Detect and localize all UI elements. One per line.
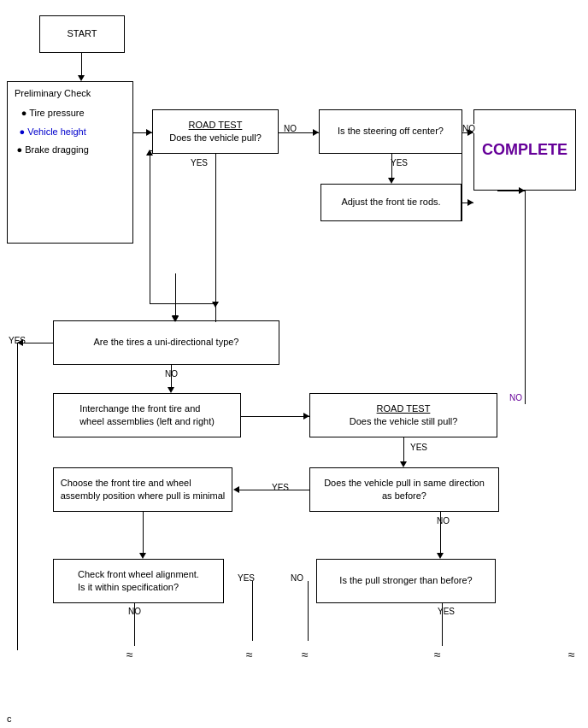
check-alignment-label: Check front wheel alignment.Is it within…: [78, 568, 199, 595]
same-direction-box: Does the vehicle pull in same directiona…: [309, 467, 499, 512]
page-label-c: c: [7, 713, 12, 724]
road-test-2-label: ROAD TEST Does the vehicle still pull?: [350, 402, 458, 429]
interchange-box: Interchange the front tire andwheel asse…: [53, 393, 241, 437]
uni-directional-box: Are the tires a uni-directional type?: [53, 320, 279, 365]
adjust-tie-rods-label: Adjust the front tie rods.: [341, 196, 440, 208]
preliminary-label: Preliminary Check ● Tire pressure ● Vehi…: [15, 87, 91, 162]
no-label-same: NO: [437, 516, 450, 525]
yes-label-pull: YES: [438, 607, 455, 616]
yes-label-road1: YES: [191, 158, 208, 167]
complete-box: COMPLETE: [473, 109, 576, 191]
choose-front-box: Choose the front tire and wheelassembly …: [53, 467, 232, 512]
road-test-2-box: ROAD TEST Does the vehicle still pull?: [309, 393, 497, 437]
same-direction-label: Does the vehicle pull in same directiona…: [324, 477, 485, 503]
road-test-1-box: ROAD TEST Does the vehicle pull?: [152, 109, 279, 154]
check-alignment-box: Check front wheel alignment.Is it within…: [53, 559, 224, 603]
tilde-1: ≈: [126, 648, 133, 661]
start-box: START: [39, 15, 125, 53]
road-test-1-label: ROAD TEST Does the vehicle pull?: [169, 119, 262, 145]
steering-off-label: Is the steering off center?: [338, 125, 444, 138]
start-label: START: [67, 27, 97, 40]
yes-label-1: YES: [391, 158, 408, 167]
tilde-4: ≈: [434, 648, 441, 661]
interchange-label: Interchange the front tire andwheel asse…: [79, 402, 215, 429]
tilde-5: ≈: [568, 648, 575, 661]
choose-front-label: Choose the front tire and wheelassembly …: [61, 477, 226, 503]
flowchart: START Preliminary Check ● Tire pressure …: [0, 0, 588, 728]
complete-label: COMPLETE: [482, 139, 567, 161]
uni-directional-label: Are the tires a uni-directional type?: [94, 336, 239, 349]
no-label-roadtest2: NO: [509, 393, 522, 402]
pull-stronger-box: Is the pull stronger than before?: [316, 559, 496, 603]
yes-label-same: YES: [272, 483, 289, 492]
tilde-3: ≈: [302, 648, 309, 661]
yes-label-roadtest2: YES: [410, 443, 427, 452]
adjust-tie-rods-box: Adjust the front tie rods.: [320, 184, 462, 221]
pull-stronger-label: Is the pull stronger than before?: [339, 574, 472, 587]
preliminary-box: Preliminary Check ● Tire pressure ● Vehi…: [7, 81, 133, 244]
steering-off-box: Is the steering off center?: [319, 109, 462, 154]
no-label-align: NO: [291, 573, 303, 583]
tilde-2: ≈: [246, 648, 253, 661]
